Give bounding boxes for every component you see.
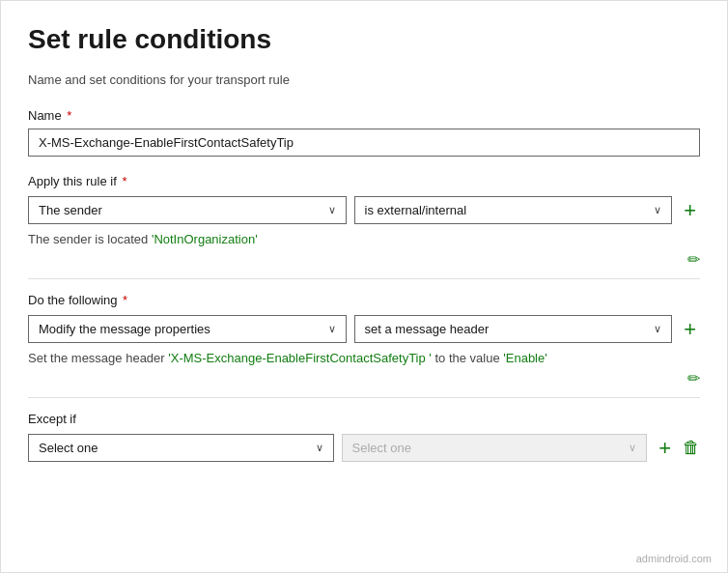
do-following-action-text: Set the message header 'X-MS-Exchange-En… <box>28 351 700 365</box>
except-if-add-button[interactable]: + <box>655 438 675 459</box>
apply-rule-label: Apply this rule if * <box>28 174 700 188</box>
page-subtitle: Name and set conditions for your transpo… <box>28 72 700 87</box>
except-if-dropdown1-chevron: ∨ <box>316 442 323 454</box>
apply-rule-dropdown1[interactable]: The sender ∨ <box>28 196 347 224</box>
do-following-add-button[interactable]: + <box>680 319 700 340</box>
name-input[interactable] <box>28 129 700 157</box>
name-required-marker: * <box>64 108 72 123</box>
name-section: Name * <box>28 108 700 174</box>
divider-1 <box>28 278 700 279</box>
do-following-label: Do the following * <box>28 293 700 307</box>
page-title: Set rule conditions <box>28 24 700 55</box>
apply-rule-edit-row: ✏ <box>28 250 700 269</box>
apply-rule-add-button[interactable]: + <box>680 200 700 221</box>
divider-2 <box>28 397 700 398</box>
main-container: Set rule conditions Name and set conditi… <box>0 0 728 573</box>
except-if-dropdown1[interactable]: Select one ∨ <box>28 434 334 462</box>
do-following-dropdowns-row: Modify the message properties ∨ set a me… <box>28 315 700 343</box>
do-following-dropdown1-chevron: ∨ <box>328 323 336 335</box>
apply-rule-section: Apply this rule if * The sender ∨ is ext… <box>28 174 700 269</box>
except-if-dropdown2-chevron: ∨ <box>629 442 636 454</box>
apply-rule-dropdowns-row: The sender ∨ is external/internal ∨ + <box>28 196 700 224</box>
do-following-section: Do the following * Modify the message pr… <box>28 293 700 387</box>
do-following-dropdown2-chevron: ∨ <box>654 323 661 335</box>
apply-rule-dropdown2-chevron: ∨ <box>654 204 661 216</box>
apply-rule-dropdown2[interactable]: is external/internal ∨ <box>354 196 673 224</box>
except-if-dropdown2: Select one ∨ <box>342 434 648 462</box>
apply-rule-condition-text: The sender is located 'NotInOrganization… <box>28 232 700 246</box>
except-if-section: Except if Select one ∨ Select one ∨ + 🗑 <box>28 412 700 462</box>
except-if-trash-button[interactable]: 🗑 <box>683 438 700 458</box>
except-if-dropdowns-row: Select one ∨ Select one ∨ + 🗑 <box>28 434 700 462</box>
do-following-edit-icon[interactable]: ✏ <box>687 369 700 387</box>
footer-text: admindroid.com <box>636 553 712 564</box>
apply-rule-required-marker: * <box>119 174 127 188</box>
except-if-label: Except if <box>28 412 700 426</box>
name-label: Name * <box>28 108 700 123</box>
do-following-dropdown2[interactable]: set a message header ∨ <box>354 315 673 343</box>
apply-rule-dropdown1-chevron: ∨ <box>328 204 336 216</box>
do-following-dropdown1[interactable]: Modify the message properties ∨ <box>28 315 347 343</box>
apply-rule-edit-icon[interactable]: ✏ <box>687 250 700 269</box>
do-following-edit-row: ✏ <box>28 369 700 387</box>
do-following-required-marker: * <box>120 293 128 307</box>
